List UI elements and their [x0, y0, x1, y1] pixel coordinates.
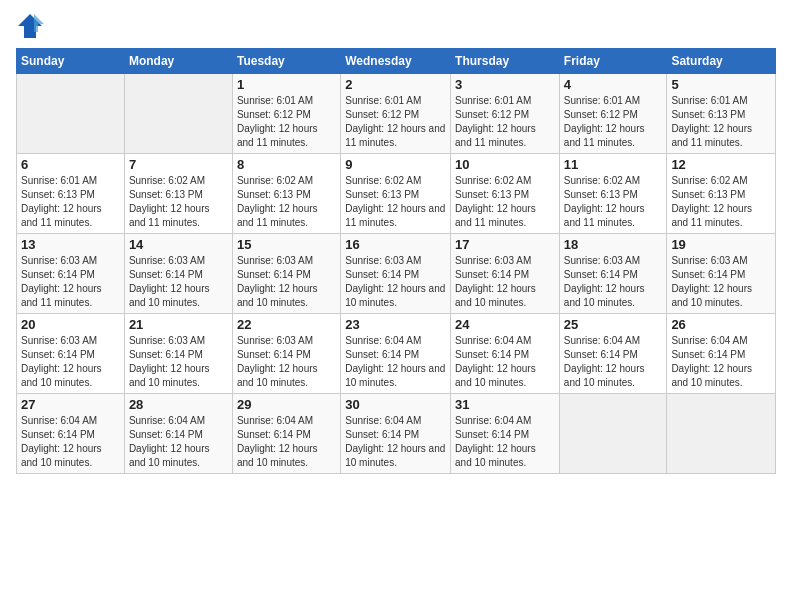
weekday-header: Friday	[559, 49, 667, 74]
logo	[16, 12, 46, 40]
calendar-cell: 14Sunrise: 6:03 AMSunset: 6:14 PMDayligh…	[124, 234, 232, 314]
day-info: Sunrise: 6:03 AMSunset: 6:14 PMDaylight:…	[564, 254, 663, 310]
day-info: Sunrise: 6:04 AMSunset: 6:14 PMDaylight:…	[455, 334, 555, 390]
calendar-cell: 18Sunrise: 6:03 AMSunset: 6:14 PMDayligh…	[559, 234, 667, 314]
day-number: 31	[455, 397, 555, 412]
calendar-cell: 30Sunrise: 6:04 AMSunset: 6:14 PMDayligh…	[341, 394, 451, 474]
calendar-week: 27Sunrise: 6:04 AMSunset: 6:14 PMDayligh…	[17, 394, 776, 474]
day-number: 13	[21, 237, 120, 252]
day-info: Sunrise: 6:04 AMSunset: 6:14 PMDaylight:…	[345, 414, 446, 470]
day-number: 5	[671, 77, 771, 92]
calendar-week: 13Sunrise: 6:03 AMSunset: 6:14 PMDayligh…	[17, 234, 776, 314]
day-number: 9	[345, 157, 446, 172]
calendar-cell: 15Sunrise: 6:03 AMSunset: 6:14 PMDayligh…	[232, 234, 340, 314]
day-info: Sunrise: 6:04 AMSunset: 6:14 PMDaylight:…	[564, 334, 663, 390]
day-number: 26	[671, 317, 771, 332]
calendar-cell: 29Sunrise: 6:04 AMSunset: 6:14 PMDayligh…	[232, 394, 340, 474]
weekday-header: Thursday	[451, 49, 560, 74]
day-info: Sunrise: 6:01 AMSunset: 6:12 PMDaylight:…	[237, 94, 336, 150]
day-info: Sunrise: 6:02 AMSunset: 6:13 PMDaylight:…	[671, 174, 771, 230]
calendar-cell	[124, 74, 232, 154]
calendar-cell: 8Sunrise: 6:02 AMSunset: 6:13 PMDaylight…	[232, 154, 340, 234]
calendar-cell: 20Sunrise: 6:03 AMSunset: 6:14 PMDayligh…	[17, 314, 125, 394]
calendar-cell: 7Sunrise: 6:02 AMSunset: 6:13 PMDaylight…	[124, 154, 232, 234]
day-info: Sunrise: 6:03 AMSunset: 6:14 PMDaylight:…	[345, 254, 446, 310]
day-number: 27	[21, 397, 120, 412]
day-number: 17	[455, 237, 555, 252]
day-number: 6	[21, 157, 120, 172]
calendar-body: 1Sunrise: 6:01 AMSunset: 6:12 PMDaylight…	[17, 74, 776, 474]
day-info: Sunrise: 6:04 AMSunset: 6:14 PMDaylight:…	[345, 334, 446, 390]
calendar-cell: 5Sunrise: 6:01 AMSunset: 6:13 PMDaylight…	[667, 74, 776, 154]
calendar-cell: 9Sunrise: 6:02 AMSunset: 6:13 PMDaylight…	[341, 154, 451, 234]
day-info: Sunrise: 6:01 AMSunset: 6:12 PMDaylight:…	[345, 94, 446, 150]
day-number: 1	[237, 77, 336, 92]
calendar-header: SundayMondayTuesdayWednesdayThursdayFrid…	[17, 49, 776, 74]
calendar-cell: 13Sunrise: 6:03 AMSunset: 6:14 PMDayligh…	[17, 234, 125, 314]
day-number: 21	[129, 317, 228, 332]
calendar-table: SundayMondayTuesdayWednesdayThursdayFrid…	[16, 48, 776, 474]
svg-marker-1	[34, 14, 44, 32]
day-info: Sunrise: 6:04 AMSunset: 6:14 PMDaylight:…	[21, 414, 120, 470]
day-number: 22	[237, 317, 336, 332]
day-number: 28	[129, 397, 228, 412]
day-info: Sunrise: 6:04 AMSunset: 6:14 PMDaylight:…	[237, 414, 336, 470]
day-number: 29	[237, 397, 336, 412]
day-info: Sunrise: 6:03 AMSunset: 6:14 PMDaylight:…	[455, 254, 555, 310]
day-number: 19	[671, 237, 771, 252]
day-number: 2	[345, 77, 446, 92]
day-number: 10	[455, 157, 555, 172]
day-info: Sunrise: 6:03 AMSunset: 6:14 PMDaylight:…	[129, 254, 228, 310]
calendar-cell	[667, 394, 776, 474]
day-info: Sunrise: 6:02 AMSunset: 6:13 PMDaylight:…	[237, 174, 336, 230]
day-info: Sunrise: 6:03 AMSunset: 6:14 PMDaylight:…	[237, 254, 336, 310]
day-info: Sunrise: 6:01 AMSunset: 6:12 PMDaylight:…	[564, 94, 663, 150]
day-info: Sunrise: 6:02 AMSunset: 6:13 PMDaylight:…	[455, 174, 555, 230]
calendar-cell	[559, 394, 667, 474]
calendar-cell: 10Sunrise: 6:02 AMSunset: 6:13 PMDayligh…	[451, 154, 560, 234]
page: SundayMondayTuesdayWednesdayThursdayFrid…	[0, 0, 792, 612]
day-info: Sunrise: 6:03 AMSunset: 6:14 PMDaylight:…	[21, 254, 120, 310]
day-info: Sunrise: 6:01 AMSunset: 6:12 PMDaylight:…	[455, 94, 555, 150]
day-info: Sunrise: 6:02 AMSunset: 6:13 PMDaylight:…	[564, 174, 663, 230]
calendar-cell: 21Sunrise: 6:03 AMSunset: 6:14 PMDayligh…	[124, 314, 232, 394]
calendar-cell: 28Sunrise: 6:04 AMSunset: 6:14 PMDayligh…	[124, 394, 232, 474]
calendar-cell: 19Sunrise: 6:03 AMSunset: 6:14 PMDayligh…	[667, 234, 776, 314]
calendar-week: 20Sunrise: 6:03 AMSunset: 6:14 PMDayligh…	[17, 314, 776, 394]
weekday-row: SundayMondayTuesdayWednesdayThursdayFrid…	[17, 49, 776, 74]
day-number: 25	[564, 317, 663, 332]
calendar-cell: 25Sunrise: 6:04 AMSunset: 6:14 PMDayligh…	[559, 314, 667, 394]
header	[16, 12, 776, 40]
day-info: Sunrise: 6:03 AMSunset: 6:14 PMDaylight:…	[671, 254, 771, 310]
day-info: Sunrise: 6:02 AMSunset: 6:13 PMDaylight:…	[129, 174, 228, 230]
day-number: 8	[237, 157, 336, 172]
calendar-cell: 22Sunrise: 6:03 AMSunset: 6:14 PMDayligh…	[232, 314, 340, 394]
day-info: Sunrise: 6:04 AMSunset: 6:14 PMDaylight:…	[671, 334, 771, 390]
weekday-header: Monday	[124, 49, 232, 74]
day-number: 4	[564, 77, 663, 92]
day-info: Sunrise: 6:01 AMSunset: 6:13 PMDaylight:…	[671, 94, 771, 150]
day-number: 16	[345, 237, 446, 252]
weekday-header: Saturday	[667, 49, 776, 74]
day-number: 7	[129, 157, 228, 172]
calendar-cell: 24Sunrise: 6:04 AMSunset: 6:14 PMDayligh…	[451, 314, 560, 394]
weekday-header: Sunday	[17, 49, 125, 74]
day-number: 3	[455, 77, 555, 92]
weekday-header: Wednesday	[341, 49, 451, 74]
calendar-cell: 2Sunrise: 6:01 AMSunset: 6:12 PMDaylight…	[341, 74, 451, 154]
calendar-cell: 26Sunrise: 6:04 AMSunset: 6:14 PMDayligh…	[667, 314, 776, 394]
calendar-cell: 17Sunrise: 6:03 AMSunset: 6:14 PMDayligh…	[451, 234, 560, 314]
svg-marker-0	[18, 14, 42, 38]
calendar-cell: 31Sunrise: 6:04 AMSunset: 6:14 PMDayligh…	[451, 394, 560, 474]
calendar-cell: 11Sunrise: 6:02 AMSunset: 6:13 PMDayligh…	[559, 154, 667, 234]
calendar-cell	[17, 74, 125, 154]
day-info: Sunrise: 6:03 AMSunset: 6:14 PMDaylight:…	[237, 334, 336, 390]
logo-icon	[16, 12, 44, 40]
day-number: 11	[564, 157, 663, 172]
calendar-cell: 4Sunrise: 6:01 AMSunset: 6:12 PMDaylight…	[559, 74, 667, 154]
day-number: 24	[455, 317, 555, 332]
day-number: 20	[21, 317, 120, 332]
calendar-week: 6Sunrise: 6:01 AMSunset: 6:13 PMDaylight…	[17, 154, 776, 234]
day-number: 12	[671, 157, 771, 172]
day-info: Sunrise: 6:02 AMSunset: 6:13 PMDaylight:…	[345, 174, 446, 230]
